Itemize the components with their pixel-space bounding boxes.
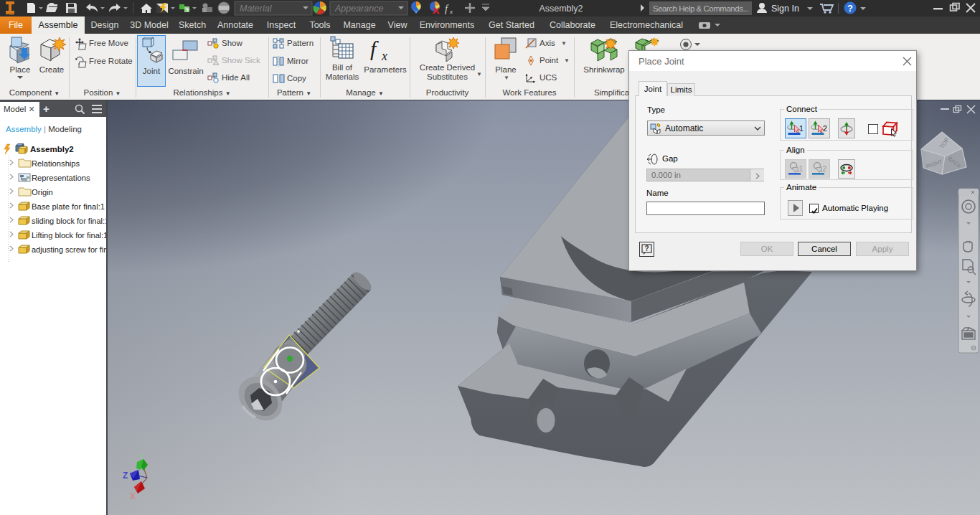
svg-text:x: x — [449, 8, 453, 15]
svg-text:2: 2 — [823, 124, 827, 133]
svg-text:?: ? — [644, 245, 649, 252]
svg-text:Origin: Origin — [32, 188, 53, 197]
svg-text:2: 2 — [823, 165, 827, 173]
svg-text:Appearance: Appearance — [334, 4, 383, 14]
svg-text:Representations: Representations — [32, 174, 90, 182]
svg-text:X: X — [130, 491, 136, 501]
svg-text:Relationships: Relationships — [32, 159, 80, 168]
svg-text:adjusting screw for fina: adjusting screw for fina — [32, 245, 106, 254]
svg-text:Assembly2: Assembly2 — [30, 145, 74, 153]
svg-text:Base plate for final:1: Base plate for final:1 — [32, 202, 105, 211]
svg-text:Assembly2: Assembly2 — [539, 4, 583, 14]
svg-text:PRO: PRO — [6, 11, 14, 16]
svg-text:f: f — [445, 4, 449, 14]
svg-text:1: 1 — [799, 165, 804, 173]
svg-text:?: ? — [847, 3, 853, 14]
svg-text:Search Help & Commands...: Search Help & Commands... — [653, 4, 749, 13]
svg-text:Material: Material — [240, 4, 273, 14]
svg-text:1: 1 — [799, 124, 804, 133]
svg-text:x: x — [381, 49, 387, 62]
svg-text:Z: Z — [123, 471, 128, 481]
svg-text:sliding block for final:1: sliding block for final:1 — [32, 217, 106, 225]
svg-text:Lifting block for final:1: Lifting block for final:1 — [32, 231, 106, 240]
svg-text:f: f — [370, 37, 379, 60]
svg-text:Sign In: Sign In — [771, 4, 799, 14]
